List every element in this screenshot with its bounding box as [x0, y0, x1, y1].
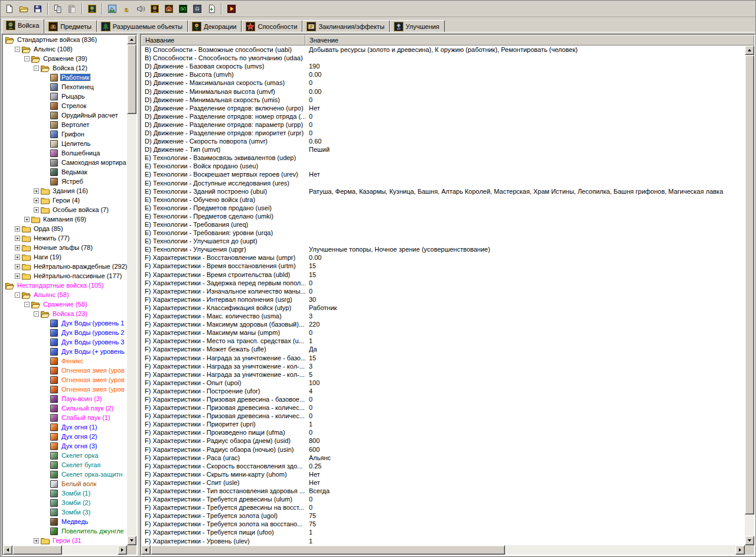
tree-item[interactable]: +Ночные эльфы (78) [3, 243, 127, 252]
property-row[interactable]: F) Характеристики - Раса (urac)Альянс [141, 454, 745, 462]
tree-item[interactable]: -Сражение (58) [3, 299, 127, 309]
tree-item[interactable]: -Альянс (108) [3, 44, 127, 54]
property-row[interactable]: F) Характеристики - Может бежать (ufle)Д… [141, 345, 745, 353]
save-map-button[interactable] [31, 2, 44, 15]
property-row[interactable]: E) Технологии - Воскрешает мертвых герое… [141, 170, 745, 178]
property-row[interactable]: F) Характеристики - Изначальное количест… [141, 287, 745, 295]
property-row[interactable]: F) Характеристики - Требуется пищи (ufoo… [141, 528, 745, 536]
tree-vertical-scrollbar[interactable] [127, 35, 136, 545]
tab-items[interactable]: Предметы [44, 20, 97, 32]
expand-plus-icon[interactable]: + [15, 236, 20, 241]
find-button[interactable] [86, 2, 99, 15]
property-row[interactable]: E) Технологии - Требования: уровни (urqa… [141, 229, 745, 237]
tree-item[interactable]: -Альянс (58) [3, 290, 127, 299]
property-row[interactable]: F) Характеристики - Призовая древесина -… [141, 412, 745, 420]
property-row[interactable]: D) Движение - Разделение отрядов: номер … [141, 112, 745, 120]
property-row[interactable]: F) Характеристики - Спит (usle)Нет [141, 478, 745, 487]
tree-item[interactable]: Ведьмак [3, 167, 127, 177]
sound-editor-button[interactable] [134, 2, 147, 15]
tree-item[interactable]: Рыцарь [3, 92, 127, 101]
property-row[interactable]: D) Движение - Базовая скорость (umvs)190 [141, 62, 745, 70]
property-row[interactable]: F) Характеристики - Приоритет (upri)1 [141, 420, 745, 428]
property-row[interactable]: F) Характеристики - Радиус обзора (днем)… [141, 437, 745, 445]
property-row[interactable]: F) Характеристики - Требуется древесины … [141, 495, 745, 503]
tree-item[interactable]: Слабый паук (1) [3, 413, 127, 422]
tree-item[interactable]: Нестандартные войска (105) [3, 281, 127, 290]
tree-item[interactable]: Огненная змея (уров [3, 366, 127, 375]
paste-button[interactable] [66, 2, 79, 15]
tree-item[interactable]: Ястреб [3, 177, 127, 186]
tree-item[interactable]: Грифон [3, 129, 127, 139]
property-row[interactable]: D) Движение - Минимальная высота (umvf)0… [141, 87, 745, 95]
column-header-value[interactable]: Значение [305, 35, 754, 45]
open-map-button[interactable] [17, 2, 30, 15]
import-manager-button[interactable] [205, 2, 218, 15]
property-row[interactable]: F) Характеристики - Призовая древесина -… [141, 395, 745, 403]
property-row[interactable]: D) Движение - Разделение отрядов: включе… [141, 104, 745, 112]
tree-item[interactable]: Феникс [3, 356, 127, 366]
tree-item[interactable]: +Герои (31 [3, 536, 127, 545]
property-row[interactable]: F) Характеристики - Требуется древесины … [141, 503, 745, 512]
property-row[interactable]: F) Характеристики - Требуется золота (ug… [141, 512, 745, 520]
tree-item[interactable]: Стандартные войска (836) [3, 35, 127, 44]
expand-plus-icon[interactable]: + [24, 217, 30, 222]
property-row[interactable]: F) Характеристики - Требуется золота на … [141, 520, 745, 528]
tree-item[interactable]: Орудийный расчет [3, 110, 127, 120]
scroll-left-button[interactable] [141, 545, 151, 555]
tree-item[interactable]: +Нейтрально-пассивные (177) [3, 271, 127, 281]
tree-item[interactable]: Медведь [3, 517, 127, 526]
expand-plus-icon[interactable]: + [15, 245, 20, 250]
tree-item[interactable]: Сильный паук (2) [3, 403, 127, 413]
property-row[interactable]: D) Движение - Высота (umvh)0.00 [141, 70, 745, 79]
tree-item[interactable]: Вертолет [3, 120, 127, 129]
property-row[interactable]: E) Технологии - Улучшается до (uupt) [141, 237, 745, 245]
table-vertical-scrollbar[interactable] [745, 45, 754, 545]
property-row[interactable]: B) Способности - Способность по умолчани… [141, 54, 745, 62]
new-map-button[interactable] [3, 2, 16, 15]
tree-item[interactable]: Скелет бугая [3, 460, 127, 470]
property-row[interactable]: E) Технологии - Предметов сделано (umki) [141, 212, 745, 220]
expand-plus-icon[interactable]: + [34, 207, 39, 213]
tree-item[interactable]: +Герои (4) [3, 196, 127, 205]
tree-item[interactable]: Зомби (1) [3, 488, 127, 498]
tree-item[interactable]: +Наги (19) [3, 252, 127, 262]
property-row[interactable]: F) Характеристики - Награда за уничтожен… [141, 362, 745, 370]
property-row[interactable]: F) Характеристики - Восстановление маны … [141, 253, 745, 262]
scrollbar-thumb[interactable] [127, 44, 136, 114]
tab-doodads[interactable]: Декорации [188, 20, 242, 32]
scroll-up-button[interactable] [127, 35, 136, 44]
property-row[interactable]: E) Технологии - Доступные исследования (… [141, 179, 745, 187]
expand-plus-icon[interactable]: + [34, 538, 39, 543]
terrain-editor-button[interactable] [106, 2, 119, 15]
property-row[interactable]: D) Движение - Разделение отрядов: параме… [141, 120, 745, 129]
tree-item[interactable]: -Сражение (39) [3, 54, 127, 63]
tree-item[interactable]: +Особые войска (7) [3, 205, 127, 214]
expand-minus-icon[interactable]: - [15, 292, 20, 298]
property-row[interactable]: B) Способности - Возможные способности (… [141, 45, 745, 54]
scrollbar-thumb[interactable] [151, 545, 505, 555]
property-row[interactable]: F) Характеристики - Максимум маны (umpm)… [141, 328, 745, 337]
property-row[interactable]: E) Технологии - Предметов продано (usei) [141, 204, 745, 212]
property-row[interactable]: F) Характеристики - Награда за уничтожен… [141, 353, 745, 361]
property-row[interactable]: F) Характеристики - Время восстановления… [141, 262, 745, 270]
tree-item[interactable]: Дух Воды (уровень 3 [3, 337, 127, 347]
tree-item[interactable]: +Здания (16) [3, 186, 127, 196]
expand-plus-icon[interactable]: + [15, 273, 20, 279]
tree-item[interactable]: Дух огня (2) [3, 432, 127, 441]
tree-item[interactable]: Зомби (3) [3, 507, 127, 517]
property-row[interactable]: F) Характеристики - Макс. количество (us… [141, 312, 745, 320]
tree-item[interactable]: -Войска (23) [3, 309, 127, 318]
property-row[interactable]: D) Движение - Скорость поворота (umvr)0.… [141, 137, 745, 145]
property-row[interactable]: F) Характеристики - Время строительства … [141, 271, 745, 279]
property-row[interactable]: E) Технологии - Требования (ureq) [141, 220, 745, 229]
tree-item[interactable]: Волшебница [3, 148, 127, 158]
scroll-up-button[interactable] [745, 45, 754, 55]
expand-plus-icon[interactable]: + [15, 255, 20, 260]
tree-item[interactable]: Дух Воды (+ уровень [3, 347, 127, 356]
expand-plus-icon[interactable]: + [34, 198, 39, 203]
expand-minus-icon[interactable]: - [34, 66, 39, 71]
tree-item[interactable]: Целитель [3, 139, 127, 148]
tree-item[interactable]: Дух Воды (уровень 2 [3, 328, 127, 337]
property-row[interactable]: D) Движение - Максимальная скорость (uma… [141, 79, 745, 87]
object-editor-button[interactable] [148, 2, 161, 15]
